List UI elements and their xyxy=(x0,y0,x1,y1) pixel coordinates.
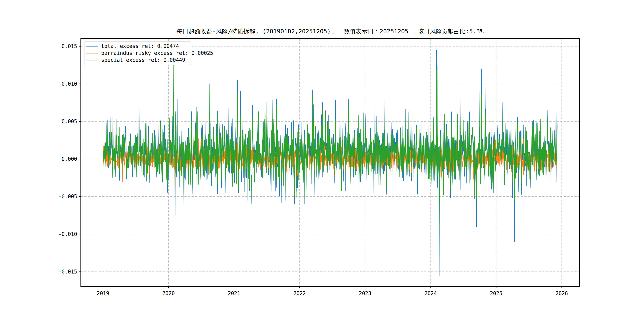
x-tick-label: 2021 xyxy=(228,290,240,296)
y-tick-label: 0.010 xyxy=(62,81,77,87)
x-tick-label: 2023 xyxy=(359,290,372,296)
x-tick-label: 2024 xyxy=(424,290,437,296)
legend-item-special_excess_ret: special_excess_ret: 0.00449 xyxy=(86,57,189,64)
x-tick-label: 2020 xyxy=(162,290,175,296)
x-tick-label: 2022 xyxy=(294,290,306,296)
y-tick-label: −0.015 xyxy=(58,269,77,275)
legend: total_excess_ret: 0.00474barraindus_risk… xyxy=(84,41,191,65)
legend-swatch-barraindus_risky_excess_ret xyxy=(86,53,98,54)
legend-label-special_excess_ret: special_excess_ret: 0.00449 xyxy=(101,57,185,63)
series-special_excess_ret xyxy=(103,62,557,230)
y-tick-label: 0.005 xyxy=(62,118,77,124)
y-tick-label: 0.015 xyxy=(62,43,77,49)
y-tick-label: −0.005 xyxy=(58,194,77,200)
x-tick-label: 2025 xyxy=(490,290,502,296)
x-tick-label: 2019 xyxy=(97,290,109,296)
legend-label-total_excess_ret: total_excess_ret: 0.00474 xyxy=(101,43,179,49)
legend-label-barraindus_risky_excess_ret: barraindus_risky_excess_ret: 0.00025 xyxy=(101,50,213,56)
legend-item-total_excess_ret: total_excess_ret: 0.00474 xyxy=(86,43,189,50)
y-tick-label: −0.010 xyxy=(58,231,77,237)
legend-swatch-special_excess_ret xyxy=(86,60,98,60)
legend-item-barraindus_risky_excess_ret: barraindus_risky_excess_ret: 0.00025 xyxy=(86,50,189,56)
y-tick-label: 0.000 xyxy=(62,156,77,162)
figure: 每日超额收益-风险/特质拆解, (20190102,20251205)， 数值表… xyxy=(0,0,644,322)
x-tick-label: 2026 xyxy=(556,290,568,296)
legend-swatch-total_excess_ret xyxy=(86,46,98,46)
